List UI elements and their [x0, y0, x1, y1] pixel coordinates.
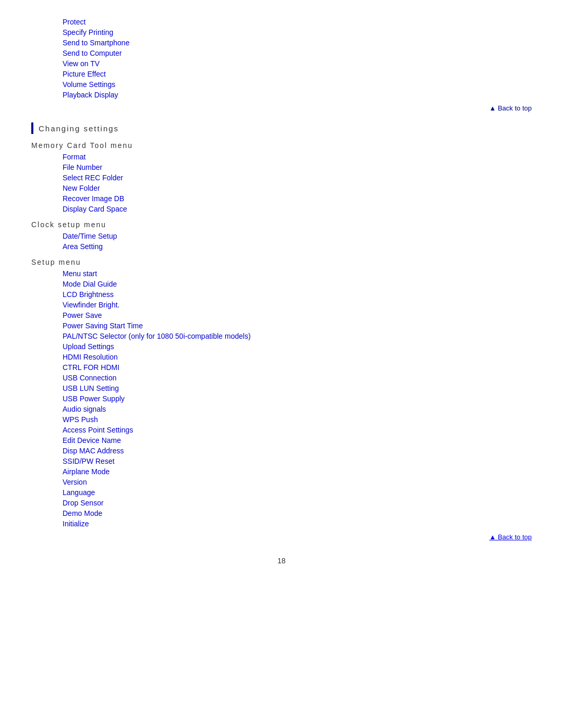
link-airplane-mode[interactable]: Airplane Mode — [63, 467, 109, 476]
link-version[interactable]: Version — [63, 478, 87, 486]
link-drop-sensor[interactable]: Drop Sensor — [63, 499, 104, 507]
link-playback-display[interactable]: Playback Display — [63, 91, 118, 99]
back-to-top-link-first[interactable]: ▲ Back to top — [489, 104, 532, 112]
link-area-setting[interactable]: Area Setting — [63, 242, 103, 251]
link-date-time-setup[interactable]: Date/Time Setup — [63, 232, 117, 240]
link-viewfinder-bright[interactable]: Viewfinder Bright. — [63, 301, 119, 309]
link-mode-dial-guide[interactable]: Mode Dial Guide — [63, 280, 117, 288]
link-specify-printing[interactable]: Specify Printing — [63, 28, 113, 36]
page-number: 18 — [31, 557, 532, 565]
setup-menu-link-list: Menu start Mode Dial Guide LCD Brightnes… — [63, 269, 532, 528]
link-select-rec-folder[interactable]: Select REC Folder — [63, 174, 123, 182]
link-usb-lun-setting[interactable]: USB LUN Setting — [63, 384, 119, 392]
link-protect[interactable]: Protect — [63, 18, 85, 26]
link-ctrl-for-hdmi[interactable]: CTRL FOR HDMI — [63, 363, 119, 372]
link-view-on-tv[interactable]: View on TV — [63, 59, 100, 68]
link-send-to-computer[interactable]: Send to Computer — [63, 49, 122, 57]
link-access-point-settings[interactable]: Access Point Settings — [63, 426, 133, 434]
link-usb-connection[interactable]: USB Connection — [63, 374, 117, 382]
link-disp-mac-address[interactable]: Disp MAC Address — [63, 447, 124, 455]
subsection-memory-card: Memory Card Tool menu — [31, 141, 532, 150]
changing-settings-header: Changing settings — [31, 122, 532, 134]
link-lcd-brightness[interactable]: LCD Brightness — [63, 290, 114, 299]
link-volume-settings[interactable]: Volume Settings — [63, 80, 115, 89]
link-language[interactable]: Language — [63, 488, 95, 497]
clock-setup-link-list: Date/Time Setup Area Setting — [63, 232, 532, 251]
link-pal-ntsc-selector[interactable]: PAL/NTSC Selector (only for 1080 50i-com… — [63, 332, 251, 340]
link-wps-push[interactable]: WPS Push — [63, 415, 98, 424]
back-to-top-bottom[interactable]: ▲ Back to top — [31, 533, 532, 541]
link-power-saving-start-time[interactable]: Power Saving Start Time — [63, 322, 143, 330]
subsection-clock-setup: Clock setup menu — [31, 220, 532, 229]
subsection-setup-menu: Setup menu — [31, 258, 532, 266]
top-link-list: Protect Specify Printing Send to Smartph… — [63, 18, 532, 99]
link-audio-signals[interactable]: Audio signals — [63, 405, 106, 413]
link-edit-device-name[interactable]: Edit Device Name — [63, 436, 121, 445]
back-to-top-link-bottom[interactable]: ▲ Back to top — [489, 533, 532, 541]
memory-card-link-list: Format File Number Select REC Folder New… — [63, 153, 532, 213]
link-upload-settings[interactable]: Upload Settings — [63, 342, 114, 351]
link-initialize[interactable]: Initialize — [63, 520, 89, 528]
link-picture-effect[interactable]: Picture Effect — [63, 70, 106, 78]
link-demo-mode[interactable]: Demo Mode — [63, 509, 102, 517]
back-to-top-first[interactable]: ▲ Back to top — [31, 104, 532, 112]
section-bar — [31, 122, 33, 134]
link-display-card-space[interactable]: Display Card Space — [63, 205, 127, 213]
link-send-to-smartphone[interactable]: Send to Smartphone — [63, 39, 129, 47]
link-usb-power-supply[interactable]: USB Power Supply — [63, 394, 125, 403]
link-hdmi-resolution[interactable]: HDMI Resolution — [63, 353, 118, 361]
link-file-number[interactable]: File Number — [63, 163, 102, 171]
link-new-folder[interactable]: New Folder — [63, 184, 100, 192]
link-ssid-pw-reset[interactable]: SSID/PW Reset — [63, 457, 115, 465]
link-format[interactable]: Format — [63, 153, 85, 161]
link-menu-start[interactable]: Menu start — [63, 269, 97, 278]
section-title-changing-settings: Changing settings — [39, 124, 119, 133]
link-power-save[interactable]: Power Save — [63, 311, 102, 319]
link-recover-image-db[interactable]: Recover Image DB — [63, 194, 124, 203]
